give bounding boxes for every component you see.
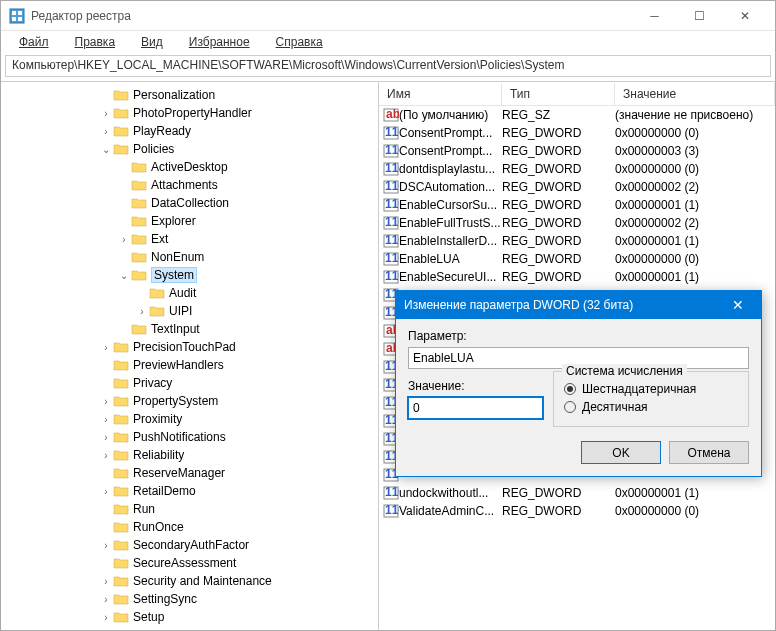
tree-item[interactable]: TextInput [1, 320, 378, 338]
dialog-close-button[interactable]: ✕ [723, 291, 753, 319]
cancel-button[interactable]: Отмена [669, 441, 749, 464]
chevron-right-icon[interactable]: › [99, 612, 113, 623]
value-row[interactable]: ConsentPrompt...REG_DWORD0x00000003 (3) [379, 142, 775, 160]
chevron-right-icon[interactable]: › [99, 576, 113, 587]
tree-item-label: SecureAssessment [133, 556, 236, 570]
tree-item[interactable]: Privacy [1, 374, 378, 392]
tree-item[interactable]: ActiveDesktop [1, 158, 378, 176]
col-header-value[interactable]: Значение [615, 83, 775, 105]
value-input[interactable] [408, 397, 543, 419]
dialog-titlebar[interactable]: Изменение параметра DWORD (32 бита) ✕ [396, 291, 761, 319]
value-row[interactable]: DSCAutomation...REG_DWORD0x00000002 (2) [379, 178, 775, 196]
value-type: REG_DWORD [502, 162, 615, 176]
tree-item[interactable]: RunOnce [1, 518, 378, 536]
value-name: dontdisplaylastu... [399, 162, 502, 176]
tree-item[interactable]: ›Proximity [1, 410, 378, 428]
reg-dword-icon [379, 180, 399, 194]
chevron-right-icon[interactable]: › [99, 450, 113, 461]
folder-icon [113, 88, 129, 102]
value-type: REG_DWORD [502, 504, 615, 518]
minimize-button[interactable]: ─ [632, 2, 677, 30]
folder-icon [113, 412, 129, 426]
maximize-button[interactable]: ☐ [677, 2, 722, 30]
tree-item[interactable]: PreviewHandlers [1, 356, 378, 374]
tree-item[interactable]: ›PlayReady [1, 122, 378, 140]
tree-item[interactable]: ›RetailDemo [1, 482, 378, 500]
tree-item[interactable]: SecureAssessment [1, 554, 378, 572]
tree-item-label: DataCollection [151, 196, 229, 210]
value-row[interactable]: dontdisplaylastu...REG_DWORD0x00000000 (… [379, 160, 775, 178]
chevron-right-icon[interactable]: › [99, 594, 113, 605]
tree-item-label: Proximity [133, 412, 182, 426]
radio-dec[interactable]: Десятичная [564, 400, 738, 414]
value-row[interactable]: undockwithoutl...REG_DWORD0x00000001 (1) [379, 484, 775, 502]
value-row[interactable]: EnableInstallerD...REG_DWORD0x00000001 (… [379, 232, 775, 250]
tree-item[interactable]: ›Setup [1, 608, 378, 626]
value-row[interactable]: EnableFullTrustS...REG_DWORD0x00000002 (… [379, 214, 775, 232]
menu-favorites[interactable]: Избранное [177, 33, 262, 51]
chevron-right-icon[interactable]: › [99, 126, 113, 137]
chevron-right-icon[interactable]: › [117, 234, 131, 245]
tree-item[interactable]: ›Ext [1, 230, 378, 248]
tree-item[interactable]: DataCollection [1, 194, 378, 212]
tree-item[interactable]: Run [1, 500, 378, 518]
chevron-right-icon[interactable]: › [99, 486, 113, 497]
ok-button[interactable]: OK [581, 441, 661, 464]
tree-item[interactable]: ›SecondaryAuthFactor [1, 536, 378, 554]
tree-item[interactable]: ›PropertySystem [1, 392, 378, 410]
chevron-down-icon[interactable]: ⌄ [117, 270, 131, 281]
tree-item-label: UIPI [169, 304, 192, 318]
menu-file[interactable]: Файл [7, 33, 61, 51]
chevron-right-icon[interactable]: › [99, 108, 113, 119]
close-button[interactable]: ✕ [722, 2, 767, 30]
tree-item-label: PreviewHandlers [133, 358, 224, 372]
tree-item[interactable]: Explorer [1, 212, 378, 230]
tree-item-label: PrecisionTouchPad [133, 340, 236, 354]
tree-item[interactable]: ›PrecisionTouchPad [1, 338, 378, 356]
folder-icon [131, 178, 147, 192]
chevron-right-icon[interactable]: › [99, 432, 113, 443]
value-row[interactable]: EnableCursorSu...REG_DWORD0x00000001 (1) [379, 196, 775, 214]
value-name: EnableCursorSu... [399, 198, 502, 212]
chevron-right-icon[interactable]: › [99, 396, 113, 407]
tree-item[interactable]: ›Reliability [1, 446, 378, 464]
radio-hex[interactable]: Шестнадцатеричная [564, 382, 738, 396]
menu-help[interactable]: Справка [264, 33, 335, 51]
chevron-down-icon[interactable]: ⌄ [99, 144, 113, 155]
value-label: Значение: [408, 379, 553, 393]
menu-view[interactable]: Вид [129, 33, 175, 51]
value-row[interactable]: ValidateAdminC...REG_DWORD0x00000000 (0) [379, 502, 775, 520]
tree-item[interactable]: ›PhotoPropertyHandler [1, 104, 378, 122]
address-bar[interactable]: Компьютер\HKEY_LOCAL_MACHINE\SOFTWARE\Mi… [5, 55, 771, 77]
tree-item[interactable]: SharedAccess [1, 626, 378, 630]
tree-item[interactable]: ReserveManager [1, 464, 378, 482]
col-header-type[interactable]: Тип [502, 83, 615, 105]
tree-item[interactable]: Personalization [1, 86, 378, 104]
tree-item[interactable]: ›SettingSync [1, 590, 378, 608]
chevron-right-icon[interactable]: › [99, 342, 113, 353]
tree-item[interactable]: ›Security and Maintenance [1, 572, 378, 590]
tree-item[interactable]: ⌄Policies [1, 140, 378, 158]
tree-item[interactable]: ›UIPI [1, 302, 378, 320]
tree-item[interactable]: Audit [1, 284, 378, 302]
chevron-right-icon[interactable]: › [99, 540, 113, 551]
tree-item[interactable]: NonEnum [1, 248, 378, 266]
value-type: REG_DWORD [502, 126, 615, 140]
tree-item[interactable]: ›PushNotifications [1, 428, 378, 446]
tree-pane[interactable]: Personalization›PhotoPropertyHandler›Pla… [1, 82, 379, 630]
folder-icon [113, 430, 129, 444]
chevron-right-icon[interactable]: › [99, 414, 113, 425]
value-row[interactable]: ConsentPrompt...REG_DWORD0x00000000 (0) [379, 124, 775, 142]
value-row[interactable]: EnableLUAREG_DWORD0x00000000 (0) [379, 250, 775, 268]
folder-icon [113, 466, 129, 480]
tree-item[interactable]: Attachments [1, 176, 378, 194]
value-name: ValidateAdminC... [399, 504, 502, 518]
tree-item[interactable]: ⌄System [1, 266, 378, 284]
chevron-right-icon[interactable]: › [135, 306, 149, 317]
tree-item-label: ReserveManager [133, 466, 225, 480]
value-row[interactable]: EnableSecureUI...REG_DWORD0x00000001 (1) [379, 268, 775, 286]
value-row[interactable]: (По умолчанию)REG_SZ(значение не присвое… [379, 106, 775, 124]
menu-edit[interactable]: Правка [63, 33, 128, 51]
col-header-name[interactable]: Имя [379, 83, 502, 105]
value-name: EnableSecureUI... [399, 270, 502, 284]
